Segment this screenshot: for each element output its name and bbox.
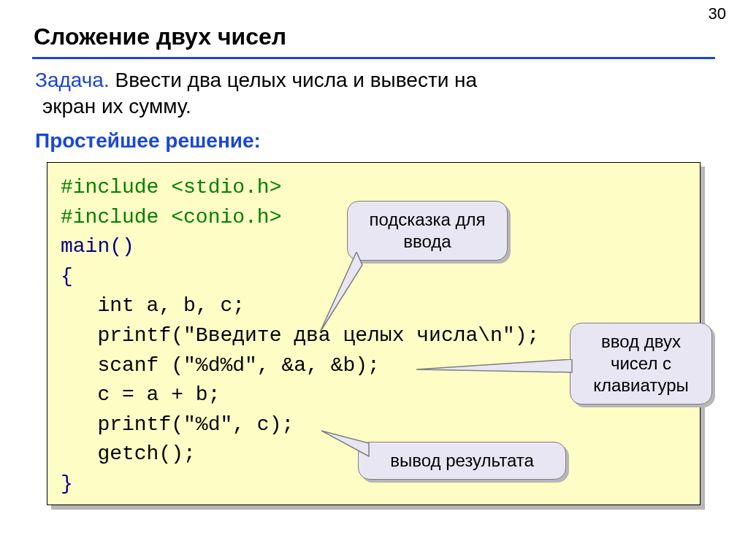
page-number: 30	[709, 4, 726, 23]
task-text-1: Ввести два целых числа и вывести на	[110, 69, 477, 91]
callout-2-line2: чисел с	[584, 353, 698, 375]
code-l7: scanf ("%d%d", &a, &b);	[61, 354, 380, 377]
code-l2a: #include	[61, 206, 171, 229]
task-line-2: экран их сумму.	[35, 93, 713, 120]
callout-input-two-numbers: ввод двух чисел с клавиатуры	[570, 323, 712, 404]
callout-2-line3: клавиатуры	[584, 375, 698, 396]
code-l10: getch();	[61, 442, 196, 465]
code-l1b: <stdio.h>	[171, 176, 281, 199]
callout-1-line2: ввода	[361, 231, 494, 253]
slide-title: Сложение двух чисел	[34, 23, 286, 50]
code-l9: printf("%d", c);	[61, 413, 294, 436]
code-l4: {	[61, 265, 73, 288]
code-l5: int a, b, c;	[61, 294, 245, 317]
code-l11: }	[61, 472, 73, 495]
solution-heading: Простейшее решение:	[35, 129, 713, 153]
code-l1a: #include	[61, 176, 171, 199]
callout-2-line1: ввод двух	[584, 331, 698, 353]
code-l8: c = a + b;	[61, 383, 220, 406]
content-area: Задача. Ввести два целых числа и вывести…	[35, 67, 713, 153]
callout-hint-input: подсказка для ввода	[347, 201, 508, 261]
callout-3-text: вывод результата	[390, 450, 534, 470]
code-l6: printf("Введите два целых числа\n");	[61, 324, 539, 347]
callout-1-line1: подсказка для	[361, 209, 494, 231]
callout-output-result: вывод результата	[358, 442, 566, 480]
title-underline	[32, 57, 715, 59]
code-l3: main()	[61, 235, 134, 258]
code-l2b: <conio.h>	[171, 206, 281, 229]
task-label: Задача.	[35, 69, 110, 91]
task-line-1: Задача. Ввести два целых числа и вывести…	[35, 67, 713, 93]
